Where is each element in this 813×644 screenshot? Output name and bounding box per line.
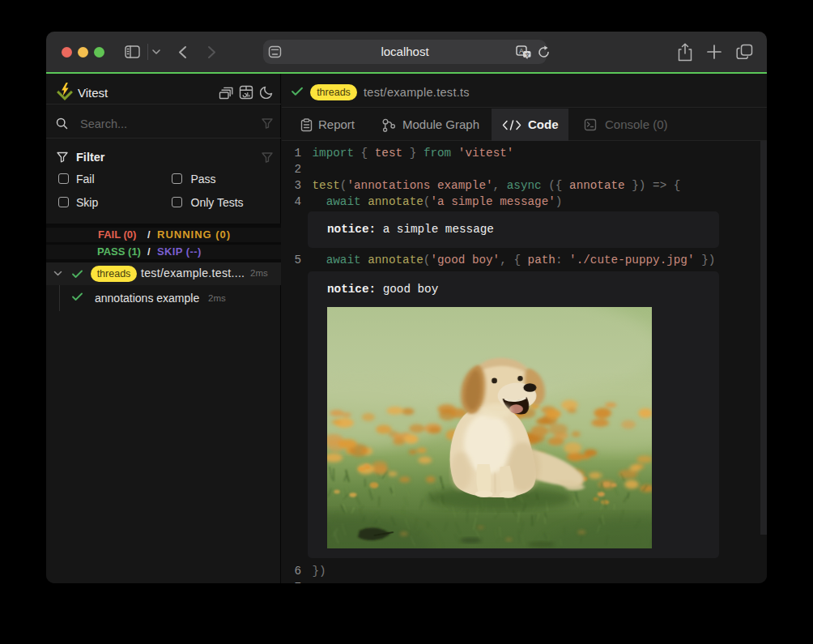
svg-text:文: 文: [525, 52, 530, 58]
